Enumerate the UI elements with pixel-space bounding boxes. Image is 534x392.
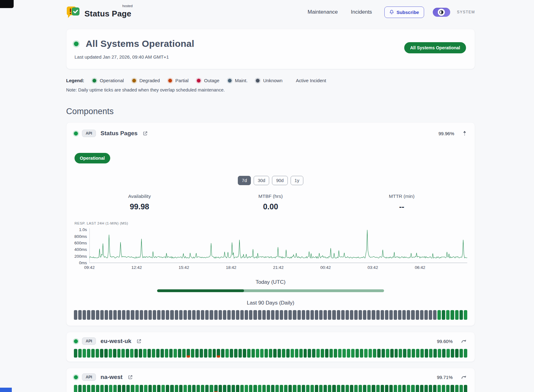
theme-mode-label: SYSTEM (457, 10, 475, 14)
uptime-tick (122, 310, 125, 320)
uptime-tick (166, 385, 169, 392)
uptime-tick (386, 349, 389, 358)
uptime-tick (245, 385, 248, 392)
logo-title: Status Page (84, 9, 131, 18)
page-content: All Systems Operational Last updated Jan… (0, 29, 534, 392)
uptime-tick (341, 385, 345, 392)
uptime-tick (275, 385, 279, 392)
uptime-tick (131, 385, 134, 392)
uptime-tick (113, 310, 117, 320)
uptime-tick (312, 349, 315, 358)
screen-corner-artifact-top (0, 0, 14, 8)
uptime-tick (187, 349, 190, 358)
uptime-tick (219, 310, 222, 320)
uptime-tick (342, 349, 346, 358)
uptime-tick (429, 385, 432, 392)
legend-dot-outage (197, 79, 201, 82)
legend-note: Note: Daily uptime ticks are shaded when… (66, 87, 475, 92)
component-tag: API (82, 337, 96, 345)
range-selector: 7d30d90d1y (74, 176, 467, 185)
collapse-component-button[interactable] (462, 130, 467, 137)
x-axis-tick-label: 00:42 (320, 265, 331, 270)
uptime-tick (153, 310, 156, 320)
legend-item-label: Maint. (235, 78, 248, 83)
uptime-tick (213, 349, 216, 358)
legend-active-incident: Active Incident (296, 78, 326, 83)
uptime-tick (328, 310, 331, 320)
uptime-tick (373, 349, 376, 358)
uptime-tick (438, 349, 441, 358)
uptime-tick (442, 349, 446, 358)
range-button-90d[interactable]: 90d (272, 176, 287, 185)
uptime-tick (302, 385, 305, 392)
range-button-1y[interactable]: 1y (291, 176, 303, 185)
uptime-tick (96, 310, 99, 320)
uptime-tick (126, 385, 130, 392)
uptime-tick (442, 310, 445, 320)
uptime-tick (91, 385, 95, 392)
chart-title: RESP. LAST 24H (1-MIN) (MS) (75, 221, 467, 225)
screen-corner-artifact-bottom (0, 388, 12, 392)
uptime-tick (416, 385, 419, 392)
expand-component-button[interactable] (460, 375, 467, 380)
uptime-tick (424, 385, 428, 392)
uptime-tick (304, 349, 307, 358)
uptime-tick (131, 310, 134, 320)
uptime-tick (288, 385, 292, 392)
uptime-tick (420, 349, 424, 358)
theme-toggle[interactable] (433, 8, 450, 17)
uptime-tick (262, 310, 266, 320)
uptime-tick (236, 310, 239, 320)
uptime-tick (166, 310, 169, 320)
uptime-tick (394, 385, 397, 392)
uptime-tick (170, 310, 174, 320)
uptime-tick (183, 385, 187, 392)
range-button-30d[interactable]: 30d (254, 176, 269, 185)
uptime-tick (175, 385, 178, 392)
uptime-tick (416, 349, 419, 358)
uptime-tick (372, 385, 375, 392)
component-tag: API (82, 373, 96, 381)
component-card-status-pages: APIStatus Pages99.96%Operational7d30d90d… (66, 122, 475, 326)
uptime-tick (337, 385, 340, 392)
uptime-tick (122, 385, 125, 392)
external-link-icon[interactable] (136, 339, 142, 344)
uptime-tick (179, 310, 183, 320)
uptime-tick (446, 385, 450, 392)
daily-uptime-ticks (74, 385, 467, 392)
uptime-tick (308, 349, 311, 358)
uptime-tick (91, 349, 95, 358)
uptime-tick (412, 349, 415, 358)
expand-component-button[interactable] (460, 339, 467, 344)
uptime-tick (161, 310, 165, 320)
external-link-icon[interactable] (128, 375, 133, 380)
uptime-tick (221, 349, 224, 358)
uptime-tick (267, 385, 270, 392)
legend-dot-unknown (256, 79, 260, 82)
component-name: na-west (101, 374, 123, 381)
uptime-tick (354, 385, 358, 392)
component-header-eu-west-uk: APIeu-west-uk99.60% (74, 337, 467, 345)
uptime-tick (282, 349, 285, 358)
uptime-tick (328, 385, 331, 392)
nav-link-incidents[interactable]: Incidents (351, 9, 372, 15)
uptime-tick (399, 349, 402, 358)
overall-status-badge: All Systems Operational (404, 42, 466, 53)
x-axis-tick-label: 21:42 (273, 265, 284, 270)
uptime-tick (182, 349, 186, 358)
uptime-tick (407, 310, 410, 320)
x-axis-tick-label: 12:42 (131, 265, 142, 270)
uptime-tick (262, 385, 266, 392)
uptime-tick (411, 310, 414, 320)
external-link-icon[interactable] (143, 131, 148, 136)
theme-toggle-knob (438, 9, 445, 16)
uptime-tick (78, 310, 82, 320)
subscribe-button[interactable]: Subscribe (384, 7, 424, 18)
response-time-chart (89, 228, 467, 263)
uptime-tick (360, 349, 363, 358)
range-button-7d[interactable]: 7d (238, 176, 251, 185)
uptime-tick (130, 349, 134, 358)
uptime-tick (411, 385, 414, 392)
nav-link-maintenance[interactable]: Maintenance (308, 9, 338, 15)
logo[interactable]: hosted Status Page (66, 5, 131, 19)
